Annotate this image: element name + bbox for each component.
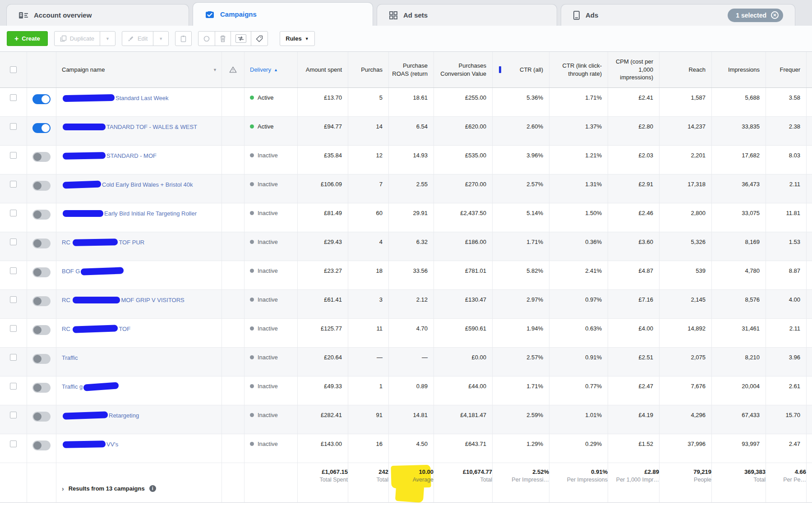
campaign-name-link[interactable]: Retargeting: [62, 412, 139, 434]
header-frequency[interactable]: Frequer: [766, 52, 807, 87]
row-spacer: [807, 146, 812, 174]
summary-value: £1,067.15: [322, 468, 348, 475]
row-errors-cell: [222, 174, 245, 203]
cell-value: 1.21%: [585, 152, 602, 174]
campaign-toggle[interactable]: [32, 94, 51, 104]
row-select-cell: [0, 146, 27, 174]
campaign-name-text: Early Bird Initial Re Targeting Roller: [104, 210, 197, 217]
cell-value: 36,473: [742, 181, 760, 203]
table-row: Early Bird Initial Re Targeting RollerIn…: [0, 203, 812, 232]
header-campaign-name[interactable]: Campaign name ▼: [56, 52, 222, 87]
tag-button[interactable]: [251, 31, 268, 46]
campaign-toggle[interactable]: [32, 123, 51, 133]
cpm-cell: £4.19: [608, 405, 660, 434]
campaign-name-link[interactable]: Cold Early Bird Wales + Bristol 40k: [62, 181, 193, 203]
tab-ads[interactable]: Ads 1 selected ✕: [561, 4, 795, 26]
campaign-toggle[interactable]: [32, 267, 51, 277]
campaign-toggle[interactable]: [32, 239, 51, 248]
row-checkbox[interactable]: [10, 123, 17, 130]
header-reach[interactable]: Reach: [660, 52, 712, 87]
campaign-name-link[interactable]: RC TOF: [62, 325, 130, 347]
campaign-toggle[interactable]: [32, 181, 51, 191]
clear-selection-icon[interactable]: ✕: [771, 11, 779, 19]
delete-button[interactable]: [215, 31, 231, 46]
campaign-toggle[interactable]: [32, 296, 51, 306]
cell-value: £2.51: [638, 354, 653, 376]
cell-value: 1.31%: [585, 181, 602, 203]
campaign-name-link[interactable]: RC MOF GRIP V VISITORS: [62, 296, 185, 318]
header-errors[interactable]: [222, 52, 245, 87]
campaign-name-link[interactable]: Traffic g: [62, 383, 120, 405]
rules-button[interactable]: Rules ▼: [280, 31, 314, 46]
info-icon[interactable]: i: [149, 485, 156, 492]
cell-value: 4,296: [691, 412, 706, 434]
create-button[interactable]: + Create: [7, 31, 48, 46]
duplicate-button[interactable]: Duplicate: [54, 31, 100, 46]
purchases-cell: 4: [348, 232, 389, 261]
chevron-down-icon[interactable]: ▼: [213, 68, 217, 72]
delivery-status-dot: [250, 211, 254, 215]
ab-test-button[interactable]: [231, 31, 251, 46]
campaign-toggle[interactable]: [32, 325, 51, 335]
tab-campaigns[interactable]: Campaigns: [193, 2, 373, 26]
cell-value: £130.47: [465, 296, 486, 318]
header-delivery[interactable]: Delivery ▲: [245, 52, 298, 87]
select-all-checkbox[interactable]: [10, 66, 17, 73]
header-cpm[interactable]: CPM (cost per 1,000 impressions): [608, 52, 660, 87]
campaign-name-link[interactable]: Early Bird Initial Re Targeting Roller: [62, 210, 197, 232]
tab-ad-sets[interactable]: Ad sets: [377, 4, 557, 26]
duplicate-dropdown-button[interactable]: ▼: [100, 31, 115, 46]
row-checkbox[interactable]: [10, 325, 17, 332]
cell-value: 5.82%: [526, 267, 543, 289]
header-conversion-value[interactable]: Purchases Conversion Value: [434, 52, 493, 87]
cell-value: 2.47: [789, 441, 800, 463]
campaign-name-link[interactable]: RC TOF PUR: [62, 239, 144, 261]
summary-roas: 10.00 Average: [389, 463, 434, 502]
campaign-name-link[interactable]: Standard Last Week: [62, 94, 169, 116]
clipboard-button[interactable]: [175, 31, 192, 46]
purchases-cell: 18: [348, 261, 389, 289]
row-checkbox[interactable]: [10, 239, 17, 245]
row-checkbox[interactable]: [10, 94, 17, 101]
campaign-name-link[interactable]: BOF G: [62, 267, 125, 289]
summary-label: Per 1,000 Impr…: [616, 477, 659, 483]
header-amount-spent[interactable]: Amount spent: [298, 52, 348, 87]
campaign-name-link[interactable]: STANDARD - MOF: [62, 152, 157, 174]
header-ctr-all[interactable]: CTR (all): [493, 52, 549, 87]
campaign-toggle[interactable]: [32, 412, 51, 422]
history-button[interactable]: [198, 31, 215, 46]
header-impressions[interactable]: Impressions: [712, 52, 766, 87]
purchases-cell: 14: [348, 117, 389, 145]
row-checkbox[interactable]: [10, 296, 17, 303]
header-roas[interactable]: Purchase ROAS (return: [389, 52, 434, 87]
edit-dropdown-button[interactable]: ▼: [153, 31, 169, 46]
row-checkbox[interactable]: [10, 412, 17, 418]
row-checkbox[interactable]: [10, 267, 17, 274]
cell-value: 2.97%: [526, 296, 543, 318]
conversion-value-cell: £2,437.50: [434, 203, 493, 232]
campaign-toggle[interactable]: [32, 354, 51, 364]
row-checkbox[interactable]: [10, 354, 17, 361]
campaign-toggle[interactable]: [32, 383, 51, 393]
header-purchases[interactable]: Purchas: [348, 52, 389, 87]
row-checkbox[interactable]: [10, 441, 17, 447]
cell-value: £2.46: [638, 210, 653, 232]
header-ctr-link[interactable]: CTR (link click-through rate): [549, 52, 608, 87]
row-checkbox[interactable]: [10, 383, 17, 390]
row-checkbox[interactable]: [10, 152, 17, 159]
tab-account-overview[interactable]: Account overview: [6, 4, 189, 26]
row-checkbox[interactable]: [10, 210, 17, 216]
cell-value: 2.38: [789, 123, 800, 145]
campaign-name-link[interactable]: TANDARD TOF - WALES & WEST: [62, 123, 197, 145]
campaign-toggle[interactable]: [32, 152, 51, 162]
campaign-toggle[interactable]: [32, 210, 51, 220]
row-checkbox[interactable]: [10, 181, 17, 188]
delivery-cell: Inactive: [245, 232, 298, 261]
campaign-toggle[interactable]: [32, 441, 51, 450]
results-expander[interactable]: › Results from 13 campaigns i: [62, 469, 156, 502]
campaign-name-link[interactable]: Traffic: [62, 354, 78, 376]
edit-button[interactable]: Edit: [122, 31, 153, 46]
campaign-name-link[interactable]: VV's: [62, 441, 118, 463]
row-select-cell: [0, 348, 27, 376]
conversion-value-cell: £44.00: [434, 376, 493, 405]
